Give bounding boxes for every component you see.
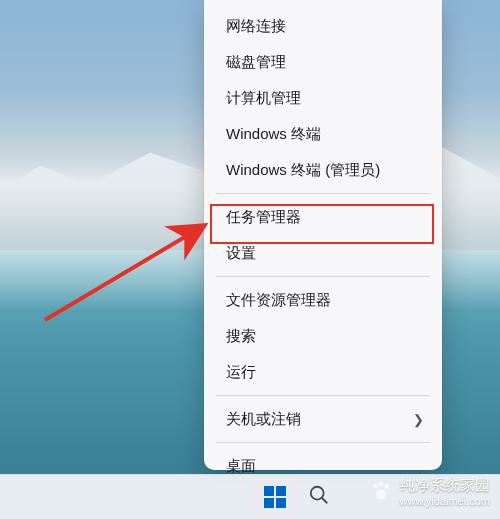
menu-item-windows-terminal-admin[interactable]: Windows 终端 (管理员) xyxy=(204,152,442,188)
menu-item-label: 计算机管理 xyxy=(226,89,301,108)
menu-item-windows-terminal[interactable]: Windows 终端 xyxy=(204,116,442,152)
winx-context-menu: 网络连接 磁盘管理 计算机管理 Windows 终端 Windows 终端 (管… xyxy=(204,0,442,470)
menu-separator xyxy=(216,276,430,277)
menu-item-disk-management[interactable]: 磁盘管理 xyxy=(204,44,442,80)
svg-line-2 xyxy=(322,498,328,504)
menu-item-label: 网络连接 xyxy=(226,17,286,36)
menu-item-settings[interactable]: 设置 xyxy=(204,235,442,271)
menu-item-label: 文件资源管理器 xyxy=(226,291,331,310)
menu-separator xyxy=(216,193,430,194)
menu-item-label: 关机或注销 xyxy=(226,410,301,429)
taskbar-search-button[interactable] xyxy=(308,484,330,510)
taskbar xyxy=(0,474,500,519)
menu-item-run[interactable]: 运行 xyxy=(204,354,442,390)
menu-separator xyxy=(216,395,430,396)
menu-item-label: 设置 xyxy=(226,244,256,263)
menu-item-task-manager[interactable]: 任务管理器 xyxy=(204,199,442,235)
menu-item-label: 搜索 xyxy=(226,327,256,346)
menu-item-search[interactable]: 搜索 xyxy=(204,318,442,354)
chevron-right-icon: ❯ xyxy=(413,412,424,427)
menu-item-computer-management[interactable]: 计算机管理 xyxy=(204,80,442,116)
menu-separator xyxy=(216,442,430,443)
menu-item-label: 运行 xyxy=(226,363,256,382)
menu-item-file-explorer[interactable]: 文件资源管理器 xyxy=(204,282,442,318)
svg-point-1 xyxy=(311,487,324,500)
menu-item-network-connections[interactable]: 网络连接 xyxy=(204,8,442,44)
windows-logo-icon xyxy=(264,486,286,508)
menu-item-label: Windows 终端 (管理员) xyxy=(226,161,380,180)
search-icon xyxy=(308,484,330,506)
menu-item-label: Windows 终端 xyxy=(226,125,321,144)
menu-item-label: 磁盘管理 xyxy=(226,53,286,72)
menu-item-label: 桌面 xyxy=(226,457,256,476)
menu-item-shutdown-signout[interactable]: 关机或注销 ❯ xyxy=(204,401,442,437)
menu-item-label: 任务管理器 xyxy=(226,208,301,227)
start-button[interactable] xyxy=(260,482,290,512)
